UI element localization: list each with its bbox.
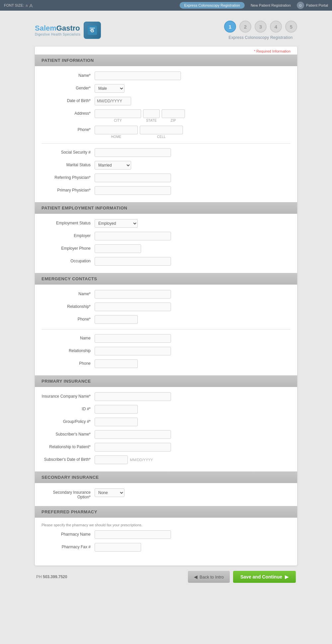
- pharmacy-fax-input[interactable]: [95, 543, 141, 552]
- back-button[interactable]: ◀ Back to Intro: [188, 571, 230, 583]
- ins-dob-input[interactable]: [95, 455, 128, 464]
- name-row: Name*: [42, 71, 290, 81]
- phone-row: Phone* HOME CELL: [42, 126, 290, 139]
- emerg-name2-row: Name: [42, 334, 290, 343]
- emp-status-select[interactable]: Employed Unemployed Student Retired: [95, 219, 138, 228]
- primary-physician-field: [95, 186, 290, 195]
- sec-ins-row: Secondary Insurance Option* None Yes: [42, 488, 290, 499]
- pharmacy-fax-label: Pharmacy Fax #: [42, 543, 95, 549]
- phone-prefix: PH: [36, 575, 42, 579]
- zip-label: ZIP: [171, 119, 176, 122]
- city-wrapper: CITY: [95, 109, 141, 122]
- emergency-section: Name* Relationship* Phone*: [35, 290, 297, 369]
- referring-label: Referring Physician*: [42, 174, 95, 180]
- emp-phone-label: Employer Phone: [42, 244, 95, 251]
- emerg-phone1-row: Phone*: [42, 315, 290, 324]
- save-button[interactable]: Save and Continue ▶: [233, 571, 296, 583]
- dob-input[interactable]: [95, 97, 131, 105]
- gender-field: Male Female: [95, 84, 290, 93]
- address-label: Address*: [42, 109, 95, 116]
- ins-group-row: Group/Policy #*: [42, 418, 290, 427]
- sec-ins-select[interactable]: None Yes: [95, 488, 124, 497]
- zip-wrapper: ZIP: [162, 109, 185, 122]
- ins-dob-label: Subscriber's Date of Birth*: [42, 455, 95, 462]
- ins-dob-field: MM/DD/YYYY: [95, 455, 290, 464]
- ssn-label: Social Security #: [42, 148, 95, 155]
- name-input[interactable]: [95, 71, 181, 80]
- ins-id-field: [95, 405, 290, 414]
- employer-row: Employer: [42, 232, 290, 241]
- font-size-label: FONT SIZE:: [4, 3, 24, 7]
- step-2[interactable]: 2: [239, 21, 251, 33]
- secondary-insurance-section: Secondary Insurance Option* None Yes: [35, 488, 297, 499]
- phone-cell-input[interactable]: [140, 126, 183, 134]
- form-card: * Required Information PATIENT INFORMATI…: [35, 47, 297, 566]
- gender-select[interactable]: Male Female: [95, 84, 124, 93]
- emerg-phone2-field: [95, 359, 290, 368]
- emp-phone-row: Employer Phone: [42, 244, 290, 254]
- font-small-button[interactable]: a: [26, 3, 28, 7]
- ins-company-field: [95, 392, 290, 401]
- address-state-input[interactable]: [143, 109, 160, 118]
- emerg-rel1-label: Relationship*: [42, 303, 95, 309]
- nav-new-patient[interactable]: New Patient Registration: [246, 2, 295, 9]
- referring-input[interactable]: [95, 174, 171, 182]
- font-large-button[interactable]: A: [29, 3, 33, 8]
- emerg-phone1-input[interactable]: [95, 315, 138, 324]
- city-label: CITY: [114, 119, 122, 122]
- step-3[interactable]: 3: [255, 21, 267, 33]
- step-5[interactable]: 5: [285, 21, 297, 33]
- phone-info: PH 503.399.7520: [36, 575, 67, 579]
- emerg-name1-input[interactable]: [95, 290, 171, 299]
- address-zip-input[interactable]: [162, 109, 185, 118]
- ins-sub-name-row: Subscriber's Name*: [42, 430, 290, 440]
- portal-label: Patient Portal: [306, 3, 328, 7]
- ins-company-input[interactable]: [95, 392, 171, 401]
- ins-sub-name-field: [95, 430, 290, 439]
- pharmacy-name-row: Pharmacy Name: [42, 530, 290, 540]
- logo-icon: G: [84, 22, 101, 39]
- logo-text: SalemGastro Digestive Health Specialists: [35, 24, 80, 36]
- patient-info-section: Name* Gender* Male Female Date of Birth*: [35, 71, 297, 195]
- pharmacy-header: PREFERRED PHARMACY: [35, 506, 297, 518]
- primary-physician-input[interactable]: [95, 186, 171, 195]
- gender-row: Gender* Male Female: [42, 84, 290, 93]
- emerg-rel2-input[interactable]: [95, 347, 171, 355]
- step-1[interactable]: 1: [224, 21, 236, 33]
- ins-rel-input[interactable]: [95, 443, 171, 451]
- ssn-input[interactable]: [95, 148, 171, 157]
- logo-part2: Gastro: [56, 24, 80, 32]
- ins-dob-row: Subscriber's Date of Birth* MM/DD/YYYY: [42, 455, 290, 465]
- ssn-row: Social Security #: [42, 148, 290, 158]
- emp-phone-input[interactable]: [95, 244, 141, 253]
- emerg-rel2-label: Relationship: [42, 347, 95, 353]
- divider-2: [42, 329, 290, 329]
- emerg-name2-input[interactable]: [95, 334, 171, 343]
- occupation-input[interactable]: [95, 257, 171, 266]
- emerg-phone2-label: Phone: [42, 359, 95, 366]
- bottom-actions: ◀ Back to Intro Save and Continue ▶: [188, 571, 296, 583]
- employer-input[interactable]: [95, 232, 171, 240]
- emp-status-field: Employed Unemployed Student Retired: [95, 219, 290, 228]
- emp-status-label: Employment Status: [42, 219, 95, 225]
- nav-colonoscopy[interactable]: Express Colonoscopy Registration: [180, 2, 245, 9]
- sec-ins-label: Secondary Insurance Option*: [42, 488, 95, 499]
- pharmacy-name-input[interactable]: [95, 530, 171, 539]
- step-4[interactable]: 4: [270, 21, 282, 33]
- primary-physician-row: Primary Physician*: [42, 186, 290, 195]
- marital-label: Marital Status: [42, 161, 95, 167]
- header-area: SalemGastro Digestive Health Specialists…: [35, 21, 297, 40]
- emerg-phone2-input[interactable]: [95, 359, 138, 368]
- employment-header: PATIENT EMPLOYMENT INFORMATION: [35, 202, 297, 214]
- phone-home-input[interactable]: [95, 126, 138, 134]
- address-city-input[interactable]: [95, 109, 141, 118]
- ins-id-input[interactable]: [95, 405, 138, 414]
- ins-group-input[interactable]: [95, 418, 138, 426]
- divider-1: [42, 143, 290, 144]
- nav-patient-portal[interactable]: ☺ Patient Portal: [297, 2, 328, 9]
- ins-sub-name-input[interactable]: [95, 430, 171, 439]
- emerg-rel1-input[interactable]: [95, 303, 171, 311]
- ins-company-row: Insurance Company Name*: [42, 392, 290, 402]
- marital-select[interactable]: Married Single Divorced Widowed: [95, 161, 131, 170]
- emerg-name2-label: Name: [42, 334, 95, 340]
